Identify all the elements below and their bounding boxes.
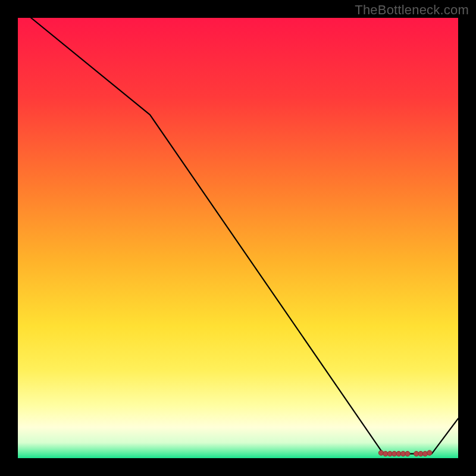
chart-container: TheBottleneck.com — [0, 0, 476, 476]
gradient-background — [18, 18, 458, 458]
marker-point — [405, 451, 410, 456]
watermark-text: TheBottleneck.com — [355, 2, 469, 18]
marker-point — [427, 450, 432, 455]
chart-plot — [18, 18, 458, 458]
